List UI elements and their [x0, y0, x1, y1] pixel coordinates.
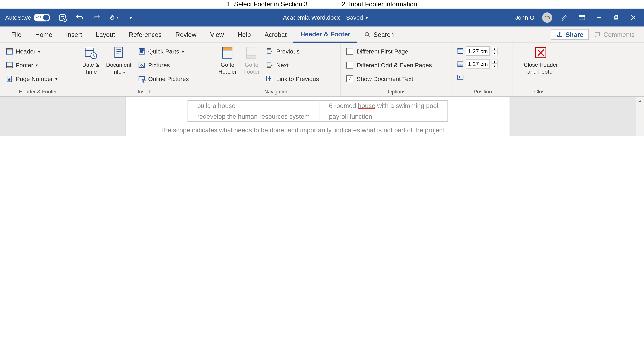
tab-header-footer[interactable]: Header & Footer [294, 26, 357, 42]
undo-icon[interactable] [75, 13, 84, 22]
document-area[interactable]: build a house6 roomed house with a swimm… [0, 97, 644, 136]
header-icon [6, 48, 13, 55]
link-previous-button[interactable]: Link to Previous [264, 74, 321, 84]
goto-footer-button: Go toFooter [241, 44, 262, 76]
footer-position-icon [456, 60, 464, 68]
footer-position-input[interactable] [466, 59, 490, 68]
svg-rect-37 [267, 48, 271, 50]
page-number-label: Page Number [16, 76, 53, 82]
online-pictures-label: Online Pictures [148, 76, 189, 82]
quick-parts-button[interactable]: Quick Parts ▾ [136, 46, 191, 56]
tab-acrobat[interactable]: Acrobat [258, 26, 294, 42]
document-info-button[interactable]: DocumentInfo ▾ [104, 44, 134, 76]
tab-file[interactable]: File [4, 26, 28, 42]
search-box[interactable]: Search [357, 26, 400, 42]
scroll-track[interactable] [636, 104, 644, 136]
tab-references[interactable]: References [122, 26, 168, 42]
footer-button[interactable]: Footer ▾ [3, 60, 60, 70]
maximize-icon[interactable] [612, 13, 621, 22]
share-label: Share [566, 31, 584, 38]
close-icon[interactable] [628, 13, 638, 22]
group-position-label: Position [456, 88, 509, 96]
group-header-footer-label: Header & Footer [3, 88, 72, 96]
svg-point-1 [63, 18, 66, 22]
header-button[interactable]: Header ▾ [3, 46, 60, 56]
tab-view[interactable]: View [203, 26, 231, 42]
spinner-down-icon[interactable]: ▼ [492, 64, 498, 68]
share-icon [556, 31, 563, 38]
vertical-scrollbar[interactable]: ▲ ▼ [636, 97, 644, 136]
page-number-button[interactable]: #Page Number ▾ [3, 74, 60, 84]
close-header-footer-label: Close Headerand Footer [524, 62, 558, 75]
svg-rect-6 [615, 16, 618, 18]
toggle-switch-icon: On [34, 14, 50, 22]
show-doc-text-label: Show Document Text [356, 76, 413, 82]
goto-header-button[interactable]: Go toHeader [216, 44, 239, 76]
autosave-toggle[interactable]: AutoSave On [5, 14, 50, 22]
show-document-text-checkbox[interactable]: ✓Show Document Text [344, 74, 434, 84]
header-label: Header [16, 48, 36, 55]
user-avatar[interactable]: JO [542, 12, 552, 23]
document-page: build a house6 roomed house with a swimm… [126, 97, 510, 136]
group-navigation-label: Navigation [216, 88, 337, 96]
online-pictures-button[interactable]: Online Pictures [136, 74, 191, 84]
svg-rect-3 [579, 15, 585, 16]
tab-review[interactable]: Review [168, 26, 203, 42]
alignment-tab-icon [456, 73, 464, 81]
comment-icon [594, 31, 601, 38]
comments-button[interactable]: Comments [589, 30, 640, 40]
group-insert-label: Insert [80, 88, 208, 96]
quick-parts-icon [138, 48, 146, 55]
header-from-top-spinner[interactable]: ▲▼ [456, 46, 498, 56]
spinner-up-icon[interactable]: ▲ [492, 46, 498, 51]
svg-rect-20 [115, 47, 122, 57]
document-table: build a house6 roomed house with a swimm… [188, 100, 448, 122]
checkbox-checked-icon: ✓ [346, 76, 353, 82]
svg-rect-35 [247, 55, 256, 58]
scroll-up-icon[interactable]: ▲ [636, 97, 644, 104]
ribbon-mode-icon[interactable] [577, 13, 587, 22]
touch-mode-icon[interactable]: ▾ [109, 13, 118, 22]
tab-layout[interactable]: Layout [89, 26, 122, 42]
header-position-input[interactable] [466, 46, 490, 56]
save-icon[interactable] [58, 13, 67, 22]
pictures-label: Pictures [148, 62, 170, 68]
title-dropdown-icon[interactable]: ▾ [366, 15, 368, 20]
spinner-down-icon[interactable]: ▼ [492, 51, 498, 55]
search-label: Search [374, 31, 394, 38]
next-button[interactable]: Next [264, 60, 321, 70]
autosave-on-text: On [36, 14, 41, 19]
different-odd-even-checkbox[interactable]: Different Odd & Even Pages [344, 60, 434, 70]
goto-footer-icon [244, 46, 259, 60]
minimize-icon[interactable] [594, 13, 604, 22]
tab-help[interactable]: Help [231, 26, 258, 42]
avatar-initials: JO [544, 15, 550, 20]
diff-first-label: Different First Page [356, 48, 408, 55]
previous-label: Previous [276, 48, 300, 55]
svg-rect-33 [223, 47, 232, 50]
tab-insert[interactable]: Insert [59, 26, 89, 42]
drawing-mode-icon[interactable] [560, 13, 570, 22]
svg-rect-25 [140, 50, 143, 50]
user-name: John O [515, 14, 534, 21]
goto-header-label: Go toHeader [218, 62, 236, 75]
page-number-icon: # [6, 75, 13, 83]
different-first-page-checkbox[interactable]: Different First Page [344, 46, 434, 56]
share-button[interactable]: Share [550, 29, 589, 40]
svg-rect-46 [458, 75, 463, 79]
checkbox-icon [346, 62, 353, 68]
spinner-up-icon[interactable]: ▲ [492, 60, 498, 64]
close-header-footer-button[interactable]: Close Headerand Footer [521, 44, 560, 76]
instruction-bar: 1. Select Footer in Section 3 2. Input F… [0, 0, 644, 8]
title-bar: AutoSave On ▾ ▾ Academia Word.docx - Sav… [0, 8, 644, 26]
pictures-button[interactable]: Pictures [136, 60, 191, 70]
date-time-button[interactable]: Date &Time [80, 44, 102, 76]
insert-alignment-tab-button[interactable] [456, 72, 498, 82]
footer-from-bottom-spinner[interactable]: ▲▼ [456, 59, 498, 68]
redo-icon[interactable] [92, 13, 101, 22]
goto-footer-label: Go toFooter [244, 62, 260, 75]
previous-button[interactable]: Previous [264, 46, 321, 56]
tab-home[interactable]: Home [28, 26, 59, 42]
document-info-icon [112, 46, 126, 60]
qat-customize-icon[interactable]: ▾ [126, 13, 136, 22]
